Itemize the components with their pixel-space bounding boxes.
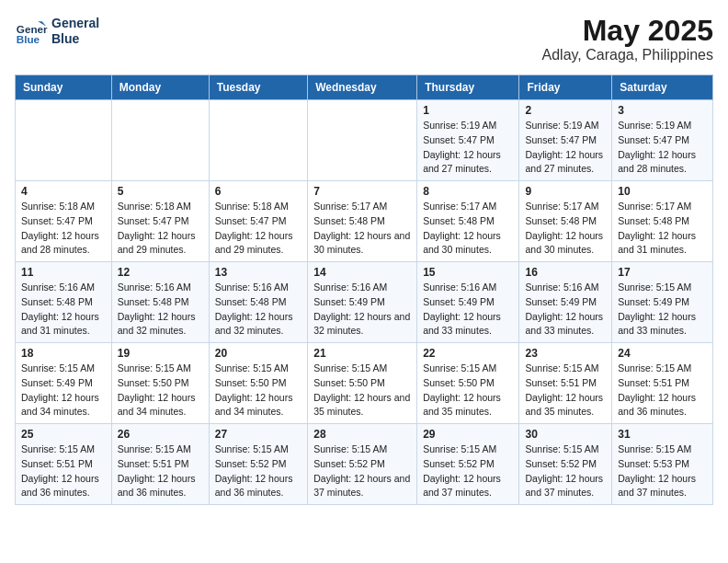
day-info: Sunrise: 5:17 AMSunset: 5:48 PMDaylight:… xyxy=(313,200,411,258)
calendar-cell: 25Sunrise: 5:15 AMSunset: 5:51 PMDayligh… xyxy=(16,424,112,505)
calendar-week-row: 1Sunrise: 5:19 AMSunset: 5:47 PMDaylight… xyxy=(16,100,713,181)
calendar-cell: 18Sunrise: 5:15 AMSunset: 5:49 PMDayligh… xyxy=(16,343,112,424)
day-info: Sunrise: 5:18 AMSunset: 5:47 PMDaylight:… xyxy=(21,200,106,258)
day-number: 11 xyxy=(21,266,106,279)
calendar-cell xyxy=(111,100,209,181)
calendar-cell: 31Sunrise: 5:15 AMSunset: 5:53 PMDayligh… xyxy=(612,424,713,505)
logo-line2: Blue xyxy=(51,31,99,47)
calendar-cell: 14Sunrise: 5:16 AMSunset: 5:49 PMDayligh… xyxy=(308,262,417,343)
day-number: 13 xyxy=(215,266,301,279)
day-info: Sunrise: 5:16 AMSunset: 5:48 PMDaylight:… xyxy=(215,281,301,339)
day-number: 31 xyxy=(618,428,707,441)
calendar-cell: 7Sunrise: 5:17 AMSunset: 5:48 PMDaylight… xyxy=(308,181,417,262)
logo-text: GeneralBlue xyxy=(51,16,99,47)
day-number: 27 xyxy=(215,428,301,441)
day-info: Sunrise: 5:15 AMSunset: 5:49 PMDaylight:… xyxy=(618,281,707,339)
day-info: Sunrise: 5:15 AMSunset: 5:51 PMDaylight:… xyxy=(21,442,106,500)
day-info: Sunrise: 5:16 AMSunset: 5:48 PMDaylight:… xyxy=(118,281,203,339)
day-number: 22 xyxy=(423,347,513,360)
calendar-cell: 3Sunrise: 5:19 AMSunset: 5:47 PMDaylight… xyxy=(612,100,713,181)
calendar-week-row: 18Sunrise: 5:15 AMSunset: 5:49 PMDayligh… xyxy=(16,343,713,424)
calendar-cell: 1Sunrise: 5:19 AMSunset: 5:47 PMDaylight… xyxy=(417,100,519,181)
day-info: Sunrise: 5:16 AMSunset: 5:49 PMDaylight:… xyxy=(313,281,411,339)
day-number: 23 xyxy=(525,347,606,360)
calendar-week-row: 25Sunrise: 5:15 AMSunset: 5:51 PMDayligh… xyxy=(16,424,713,505)
calendar-cell xyxy=(16,100,112,181)
day-number: 18 xyxy=(21,347,106,360)
calendar-subtitle: Adlay, Caraga, Philippines xyxy=(542,47,713,63)
day-number: 14 xyxy=(313,266,411,279)
day-number: 20 xyxy=(215,347,301,360)
calendar-cell: 22Sunrise: 5:15 AMSunset: 5:50 PMDayligh… xyxy=(417,343,519,424)
day-info: Sunrise: 5:15 AMSunset: 5:52 PMDaylight:… xyxy=(313,442,411,500)
calendar-cell: 15Sunrise: 5:16 AMSunset: 5:49 PMDayligh… xyxy=(417,262,519,343)
day-info: Sunrise: 5:15 AMSunset: 5:52 PMDaylight:… xyxy=(525,442,606,500)
day-info: Sunrise: 5:19 AMSunset: 5:47 PMDaylight:… xyxy=(423,119,513,177)
col-header-sunday: Sunday xyxy=(16,75,112,100)
day-number: 25 xyxy=(21,428,106,441)
day-info: Sunrise: 5:19 AMSunset: 5:47 PMDaylight:… xyxy=(618,119,707,177)
day-info: Sunrise: 5:15 AMSunset: 5:49 PMDaylight:… xyxy=(21,362,106,419)
calendar-cell: 6Sunrise: 5:18 AMSunset: 5:47 PMDaylight… xyxy=(209,181,307,262)
day-number: 19 xyxy=(118,347,203,360)
day-number: 10 xyxy=(618,185,707,198)
day-number: 8 xyxy=(423,185,513,198)
day-number: 1 xyxy=(423,104,513,117)
logo-line1: General xyxy=(51,16,99,31)
day-info: Sunrise: 5:15 AMSunset: 5:51 PMDaylight:… xyxy=(118,442,203,500)
day-info: Sunrise: 5:15 AMSunset: 5:50 PMDaylight:… xyxy=(215,362,301,419)
calendar-cell: 21Sunrise: 5:15 AMSunset: 5:50 PMDayligh… xyxy=(308,343,417,424)
logo: General Blue GeneralBlue xyxy=(15,15,99,48)
title-block: May 2025 Adlay, Caraga, Philippines xyxy=(542,15,713,63)
calendar-cell xyxy=(308,100,417,181)
calendar-cell: 19Sunrise: 5:15 AMSunset: 5:50 PMDayligh… xyxy=(111,343,209,424)
day-info: Sunrise: 5:15 AMSunset: 5:51 PMDaylight:… xyxy=(618,362,707,419)
day-number: 2 xyxy=(525,104,606,117)
day-info: Sunrise: 5:15 AMSunset: 5:50 PMDaylight:… xyxy=(313,362,411,419)
day-info: Sunrise: 5:17 AMSunset: 5:48 PMDaylight:… xyxy=(525,200,606,258)
calendar-cell: 16Sunrise: 5:16 AMSunset: 5:49 PMDayligh… xyxy=(519,262,612,343)
calendar-cell: 4Sunrise: 5:18 AMSunset: 5:47 PMDaylight… xyxy=(16,181,112,262)
calendar-cell: 12Sunrise: 5:16 AMSunset: 5:48 PMDayligh… xyxy=(111,262,209,343)
calendar-cell: 20Sunrise: 5:15 AMSunset: 5:50 PMDayligh… xyxy=(209,343,307,424)
day-number: 21 xyxy=(313,347,411,360)
day-info: Sunrise: 5:15 AMSunset: 5:52 PMDaylight:… xyxy=(215,442,301,500)
page-header: General Blue GeneralBlue May 2025 Adlay,… xyxy=(15,15,713,63)
calendar-cell: 11Sunrise: 5:16 AMSunset: 5:48 PMDayligh… xyxy=(16,262,112,343)
day-number: 26 xyxy=(118,428,203,441)
calendar-week-row: 4Sunrise: 5:18 AMSunset: 5:47 PMDaylight… xyxy=(16,181,713,262)
calendar-cell: 23Sunrise: 5:15 AMSunset: 5:51 PMDayligh… xyxy=(519,343,612,424)
day-info: Sunrise: 5:15 AMSunset: 5:53 PMDaylight:… xyxy=(618,442,707,500)
calendar-cell: 9Sunrise: 5:17 AMSunset: 5:48 PMDaylight… xyxy=(519,181,612,262)
col-header-thursday: Thursday xyxy=(417,75,519,100)
col-header-monday: Monday xyxy=(111,75,209,100)
day-info: Sunrise: 5:16 AMSunset: 5:49 PMDaylight:… xyxy=(423,281,513,339)
day-info: Sunrise: 5:15 AMSunset: 5:50 PMDaylight:… xyxy=(423,362,513,419)
calendar-week-row: 11Sunrise: 5:16 AMSunset: 5:48 PMDayligh… xyxy=(16,262,713,343)
col-header-tuesday: Tuesday xyxy=(209,75,307,100)
day-number: 29 xyxy=(423,428,513,441)
day-info: Sunrise: 5:17 AMSunset: 5:48 PMDaylight:… xyxy=(423,200,513,258)
col-header-wednesday: Wednesday xyxy=(308,75,417,100)
day-info: Sunrise: 5:17 AMSunset: 5:48 PMDaylight:… xyxy=(618,200,707,258)
day-number: 16 xyxy=(525,266,606,279)
calendar-cell xyxy=(209,100,307,181)
day-number: 17 xyxy=(618,266,707,279)
col-header-friday: Friday xyxy=(519,75,612,100)
day-number: 7 xyxy=(313,185,411,198)
calendar-table: SundayMondayTuesdayWednesdayThursdayFrid… xyxy=(15,75,713,505)
calendar-cell: 10Sunrise: 5:17 AMSunset: 5:48 PMDayligh… xyxy=(612,181,713,262)
day-number: 5 xyxy=(118,185,203,198)
calendar-cell: 17Sunrise: 5:15 AMSunset: 5:49 PMDayligh… xyxy=(612,262,713,343)
day-info: Sunrise: 5:15 AMSunset: 5:50 PMDaylight:… xyxy=(118,362,203,419)
day-info: Sunrise: 5:16 AMSunset: 5:48 PMDaylight:… xyxy=(21,281,106,339)
day-number: 24 xyxy=(618,347,707,360)
day-info: Sunrise: 5:15 AMSunset: 5:52 PMDaylight:… xyxy=(423,442,513,500)
calendar-cell: 27Sunrise: 5:15 AMSunset: 5:52 PMDayligh… xyxy=(209,424,307,505)
day-number: 15 xyxy=(423,266,513,279)
day-number: 9 xyxy=(525,185,606,198)
calendar-cell: 13Sunrise: 5:16 AMSunset: 5:48 PMDayligh… xyxy=(209,262,307,343)
calendar-header-row: SundayMondayTuesdayWednesdayThursdayFrid… xyxy=(16,75,713,100)
col-header-saturday: Saturday xyxy=(612,75,713,100)
calendar-title: May 2025 xyxy=(542,15,713,47)
